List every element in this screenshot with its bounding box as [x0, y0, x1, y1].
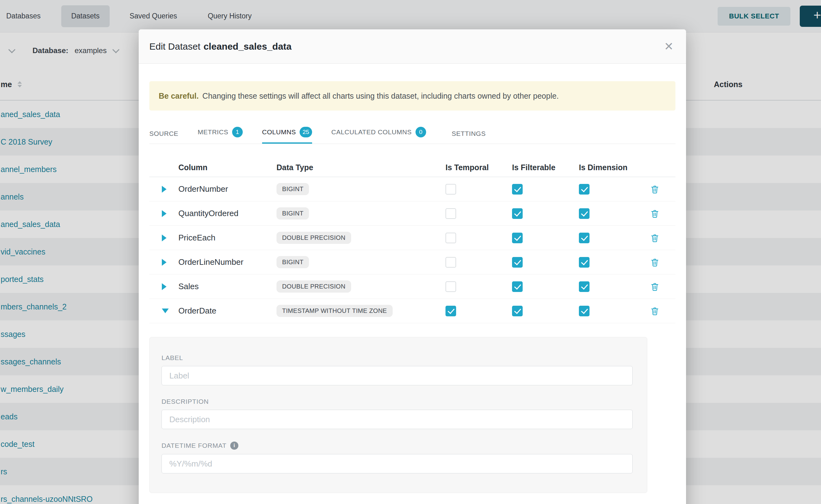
- columns-table-header: Column Data Type Is Temporal Is Filterab…: [149, 158, 675, 177]
- caret-right-icon[interactable]: [162, 283, 166, 290]
- tab-calculated-columns-label: CALCULATED COLUMNS: [331, 128, 412, 136]
- label-field-label: LABEL: [161, 354, 633, 362]
- is-filterable-checkbox[interactable]: [512, 257, 523, 268]
- delete-column-button[interactable]: [650, 233, 660, 243]
- column-name: OrderDate: [178, 306, 216, 315]
- is-dimension-checkbox[interactable]: [579, 184, 590, 195]
- tab-settings[interactable]: SETTINGS: [452, 130, 486, 144]
- delete-column-button[interactable]: [650, 282, 660, 292]
- tab-metrics[interactable]: METRICS 1: [198, 127, 243, 144]
- warning-bold: Be careful.: [159, 91, 199, 101]
- trash-icon: [650, 184, 660, 194]
- trash-icon: [650, 209, 660, 219]
- tab-source-label: SOURCE: [149, 130, 178, 137]
- close-icon: ✕: [664, 40, 674, 53]
- delete-column-button[interactable]: [650, 209, 660, 219]
- data-type-pill: DOUBLE PRECISION: [276, 232, 351, 244]
- datetime-format-label-text: DATETIME FORMAT: [161, 442, 226, 449]
- caret-right-icon[interactable]: [162, 210, 166, 217]
- is-temporal-checkbox[interactable]: [446, 233, 456, 243]
- trash-icon: [650, 306, 660, 316]
- trash-icon: [650, 257, 660, 267]
- is-temporal-checkbox[interactable]: [446, 306, 456, 316]
- info-icon[interactable]: i: [230, 442, 238, 450]
- column-name: Sales: [178, 282, 199, 291]
- trash-icon: [650, 233, 660, 243]
- datetime-format-field: DATETIME FORMAT i: [161, 442, 633, 473]
- is-temporal-checkbox[interactable]: [446, 281, 456, 292]
- caret-right-icon[interactable]: [162, 235, 166, 241]
- modal-tabs: SOURCE METRICS 1 COLUMNS 25 CALCULATED C…: [149, 127, 675, 144]
- column-header-data-type: Data Type: [276, 163, 446, 172]
- label-input[interactable]: [161, 366, 633, 385]
- column-row: OrderNumber BIGINT: [149, 177, 675, 201]
- modal-header: Edit Datasetcleaned_sales_data ✕: [139, 29, 686, 64]
- modal-dataset-name: cleaned_sales_data: [203, 41, 291, 52]
- label-field: LABEL: [161, 354, 633, 385]
- column-header-is-filterable: Is Filterable: [512, 163, 579, 172]
- is-dimension-checkbox[interactable]: [579, 233, 590, 243]
- warning-banner: Be careful. Changing these settings will…: [149, 81, 675, 111]
- data-type-pill: BIGINT: [276, 183, 309, 195]
- description-field: DESCRIPTION: [161, 398, 633, 429]
- is-temporal-checkbox[interactable]: [446, 257, 456, 268]
- trash-icon: [650, 282, 660, 292]
- is-dimension-checkbox[interactable]: [579, 257, 590, 268]
- tab-metrics-label: METRICS: [198, 128, 228, 136]
- data-type-pill: TIMESTAMP WITHOUT TIME ZONE: [276, 305, 393, 317]
- column-header-is-temporal: Is Temporal: [446, 163, 512, 172]
- data-type-pill: BIGINT: [276, 256, 309, 268]
- column-name: OrderLineNumber: [178, 257, 243, 267]
- is-filterable-checkbox[interactable]: [512, 281, 523, 292]
- column-row: OrderDate TIMESTAMP WITHOUT TIME ZONE: [149, 299, 675, 323]
- modal-title-prefix: Edit Dataset: [149, 41, 200, 52]
- delete-column-button[interactable]: [650, 306, 660, 316]
- column-row: OrderLineNumber BIGINT: [149, 250, 675, 274]
- column-name: QuantityOrdered: [178, 209, 238, 218]
- column-row: QuantityOrdered BIGINT: [149, 201, 675, 226]
- is-temporal-checkbox[interactable]: [446, 208, 456, 219]
- column-name: OrderNumber: [178, 184, 228, 194]
- calculated-columns-count-badge: 0: [416, 127, 426, 137]
- caret-right-icon[interactable]: [162, 259, 166, 266]
- is-temporal-checkbox[interactable]: [446, 184, 456, 195]
- datetime-format-field-label: DATETIME FORMAT i: [161, 442, 633, 450]
- is-dimension-checkbox[interactable]: [579, 208, 590, 219]
- edit-dataset-modal: Edit Datasetcleaned_sales_data ✕ Be care…: [139, 29, 686, 504]
- is-filterable-checkbox[interactable]: [512, 233, 523, 243]
- tab-columns[interactable]: COLUMNS 25: [262, 127, 312, 144]
- column-header-column: Column: [178, 163, 276, 172]
- modal-title: Edit Datasetcleaned_sales_data: [149, 41, 291, 52]
- description-input[interactable]: [161, 410, 633, 429]
- columns-count-badge: 25: [299, 127, 312, 137]
- delete-column-button[interactable]: [650, 257, 660, 267]
- is-dimension-checkbox[interactable]: [579, 306, 590, 316]
- datetime-format-input[interactable]: [161, 454, 633, 473]
- column-row: Sales DOUBLE PRECISION: [149, 274, 675, 299]
- caret-right-icon[interactable]: [162, 186, 166, 193]
- column-name: PriceEach: [178, 233, 215, 242]
- column-detail-panel: LABEL DESCRIPTION DATETIME FORMAT i: [149, 337, 647, 493]
- data-type-pill: DOUBLE PRECISION: [276, 280, 351, 293]
- metrics-count-badge: 1: [232, 127, 243, 137]
- column-row: PriceEach DOUBLE PRECISION: [149, 226, 675, 250]
- is-filterable-checkbox[interactable]: [512, 184, 523, 195]
- column-header-is-dimension: Is Dimension: [579, 163, 646, 172]
- screen: Databases Datasets Saved Queries Query H…: [0, 0, 821, 504]
- warning-text: Changing these settings will affect all …: [202, 91, 559, 101]
- tab-settings-label: SETTINGS: [452, 130, 486, 137]
- tab-columns-label: COLUMNS: [262, 128, 296, 136]
- data-type-pill: BIGINT: [276, 207, 309, 220]
- description-field-label: DESCRIPTION: [161, 398, 633, 405]
- close-button[interactable]: ✕: [664, 41, 674, 52]
- tab-calculated-columns[interactable]: CALCULATED COLUMNS 0: [331, 127, 426, 144]
- is-filterable-checkbox[interactable]: [512, 306, 523, 316]
- is-dimension-checkbox[interactable]: [579, 281, 590, 292]
- modal-body: Be careful. Changing these settings will…: [139, 81, 686, 493]
- delete-column-button[interactable]: [650, 184, 660, 194]
- caret-down-icon[interactable]: [162, 309, 169, 313]
- tab-source[interactable]: SOURCE: [149, 130, 178, 144]
- is-filterable-checkbox[interactable]: [512, 208, 523, 219]
